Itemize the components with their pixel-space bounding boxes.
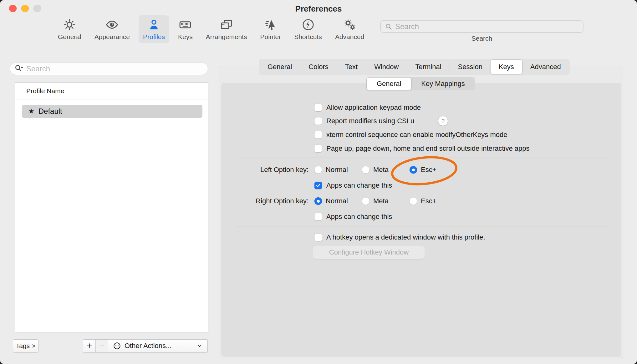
tab-keys[interactable]: Keys [491,60,522,74]
toolbar-item-pointer[interactable]: Pointer [256,15,286,43]
radio-label[interactable]: Meta [373,165,389,174]
preferences-window: Preferences General Appearance Profiles … [0,0,637,364]
radio-label[interactable]: Normal [326,197,348,205]
radio-label[interactable]: Normal [326,165,348,174]
subtab-general[interactable]: General [367,78,411,90]
radio-label[interactable]: Esc+ [421,197,436,205]
toolbar-item-appearance[interactable]: Appearance [90,15,134,43]
left-option-key-label: Left Option key: [219,165,308,174]
checkbox-keypad-mode[interactable] [314,104,322,111]
radio-label[interactable]: Meta [373,197,389,205]
radio-left-normal[interactable] [314,166,322,174]
toolbar-label: Pointer [260,33,281,41]
tab-text[interactable]: Text [337,60,366,74]
radio-right-meta[interactable] [362,197,369,205]
add-profile-button[interactable]: + [83,340,96,352]
tags-button[interactable]: Tags > [13,339,38,352]
toolbar-item-shortcuts[interactable]: Shortcuts [290,15,326,43]
checkbox-right-apps-can-change[interactable] [314,213,322,220]
profile-actions-bar: + − Other Actions... [83,339,208,352]
checkbox-label[interactable]: Report modifiers using CSI u [326,117,414,125]
checkbox-label[interactable]: Page up, page down, home and end scroll … [326,144,529,153]
profile-row-default[interactable]: ★ Default [22,105,202,118]
subtab-key-mappings[interactable]: Key Mappings [411,78,475,90]
profile-search-input[interactable] [26,64,203,73]
configure-hotkey-window-button[interactable]: Configure Hotkey Window [313,245,425,259]
profile-name: Default [38,107,62,116]
eye-icon [105,18,119,32]
keys-general-contentbox [222,83,621,356]
chevron-down-icon [196,342,203,349]
checkbox-csi-u[interactable] [314,117,322,125]
toolbar-label: Advanced [335,33,364,41]
profile-search-field[interactable] [10,63,208,75]
toolbar-search-input[interactable] [395,22,579,31]
tab-terminal[interactable]: Terminal [407,60,449,74]
checkbox-label[interactable]: A hotkey opens a dedicated window with t… [326,233,485,242]
person-icon [147,18,161,32]
checkbox-scroll-outside-apps[interactable] [314,145,322,152]
star-icon: ★ [28,108,34,115]
tab-colors[interactable]: Colors [300,60,337,74]
toolbar: General Appearance Profiles Keys Arrange… [54,15,369,43]
toolbar-label: Appearance [94,33,130,41]
search-icon [385,23,393,31]
toolbar-label: Keys [178,33,193,41]
remove-profile-button[interactable]: − [96,340,108,352]
radio-left-meta[interactable] [362,166,369,174]
checkbox-label[interactable]: xterm control sequence can enable modify… [326,130,507,139]
separator [237,226,610,226]
separator [237,158,610,158]
checkbox-modify-other-keys[interactable] [314,131,322,139]
bolt-icon [301,18,315,32]
right-option-key-label: Right Option key: [216,197,308,205]
help-button[interactable]: ? [438,116,448,126]
toolbar-label: Arrangements [206,33,247,41]
radio-left-esc[interactable] [410,166,417,174]
checkbox-label[interactable]: Apps can change this [326,181,392,190]
search-menu-icon [14,64,24,73]
radio-right-esc[interactable] [410,197,417,205]
toolbar-item-general[interactable]: General [54,15,86,43]
pointer-icon [264,18,278,32]
toolbar-item-advanced[interactable]: Advanced [331,15,369,43]
tab-session[interactable]: Session [450,60,491,74]
checkbox-label[interactable]: Allow application keypad mode [326,103,421,112]
window-title: Preferences [0,4,637,14]
toolbar-search-field[interactable] [380,20,583,33]
other-actions-dropdown[interactable]: Other Actions... [108,340,207,352]
tab-general[interactable]: General [259,60,300,74]
keyboard-icon [178,18,192,32]
tab-window[interactable]: Window [366,60,407,74]
profile-tab-bar: General Colors Text Window Terminal Sess… [259,59,570,75]
toolbar-label: General [58,33,81,41]
windows-icon [220,18,233,32]
radio-right-normal[interactable] [314,197,322,205]
profile-list: Profile Name ★ Default [15,82,208,332]
toolbar-item-profiles[interactable]: Profiles [139,15,169,43]
checkbox-label[interactable]: Apps can change this [326,212,392,221]
other-actions-label: Other Actions... [125,342,171,350]
checkbox-hotkey-window[interactable] [314,234,322,241]
toolbar-divider [0,48,637,48]
radio-label[interactable]: Esc+ [421,165,436,174]
toolbar-item-arrangements[interactable]: Arrangements [201,15,252,43]
check-icon [315,183,321,188]
profile-list-header: Profile Name [15,83,208,99]
toolbar-item-keys[interactable]: Keys [174,15,197,43]
checkbox-left-apps-can-change[interactable] [314,182,322,189]
ellipsis-circle-icon [113,341,121,350]
gears-icon [343,18,357,32]
gear-icon [63,18,76,32]
toolbar-label: Shortcuts [294,33,322,41]
keys-subtab-bar: General Key Mappings [366,77,475,90]
tab-advanced[interactable]: Advanced [522,60,569,74]
toolbar-search-label: Search [380,35,583,42]
toolbar-label: Profiles [143,33,165,41]
